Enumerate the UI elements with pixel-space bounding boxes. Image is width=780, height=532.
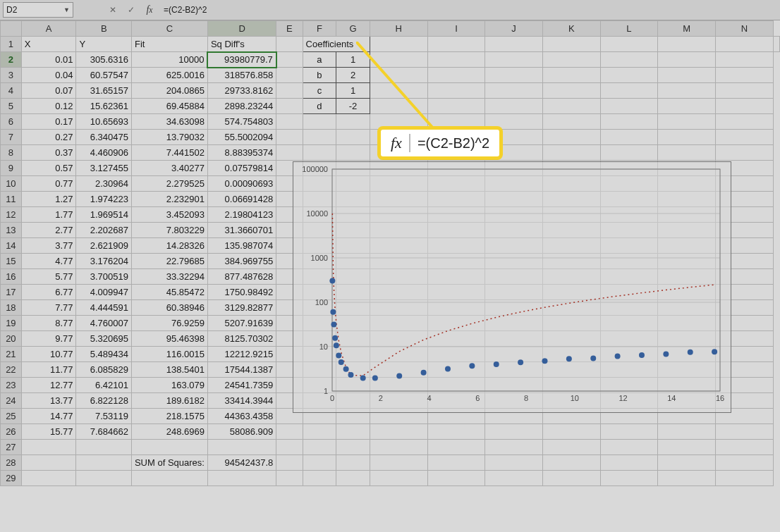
column-header-B[interactable]: B xyxy=(76,21,131,37)
cell-C21[interactable]: 116.0015 xyxy=(131,347,207,362)
cell-A18[interactable]: 7.77 xyxy=(21,300,76,316)
cell-H4[interactable] xyxy=(370,83,427,99)
cell-G26[interactable] xyxy=(336,424,370,440)
cell-C18[interactable]: 60.38946 xyxy=(131,300,207,316)
row-header-25[interactable]: 25 xyxy=(1,409,22,424)
cell-H26[interactable] xyxy=(370,424,427,440)
cell-D1[interactable]: Sq Diff's xyxy=(207,37,276,52)
cell-J3[interactable] xyxy=(485,68,543,83)
row-header-26[interactable]: 26 xyxy=(1,424,22,440)
cell-I27[interactable] xyxy=(427,440,485,455)
cell-A23[interactable]: 12.77 xyxy=(21,378,76,393)
cell-M7[interactable] xyxy=(658,130,716,145)
row-header-17[interactable]: 17 xyxy=(1,285,22,300)
row-header-24[interactable]: 24 xyxy=(1,393,22,409)
cell-A24[interactable]: 13.77 xyxy=(21,393,76,409)
cell-J2[interactable] xyxy=(485,52,543,68)
cell-A8[interactable]: 0.37 xyxy=(21,145,76,161)
cell-D25[interactable]: 44363.4358 xyxy=(207,409,276,424)
cell-C24[interactable]: 189.6182 xyxy=(131,393,207,409)
column-header-L[interactable]: L xyxy=(600,21,658,37)
cell-C7[interactable]: 13.79032 xyxy=(131,130,207,145)
cell-M5[interactable] xyxy=(658,99,716,114)
cell-G29[interactable] xyxy=(336,471,370,486)
cell-B22[interactable]: 6.085829 xyxy=(76,362,131,378)
cell-D8[interactable]: 8.88395374 xyxy=(207,145,276,161)
cell-D27[interactable] xyxy=(207,440,276,455)
accept-formula-icon[interactable]: ✓ xyxy=(123,2,140,18)
cell-M1[interactable] xyxy=(716,37,774,52)
cell-I2[interactable] xyxy=(427,52,485,68)
row-header-6[interactable]: 6 xyxy=(1,114,22,130)
cell-M28[interactable] xyxy=(658,455,716,471)
cell-L1[interactable] xyxy=(658,37,716,52)
cell-D29[interactable] xyxy=(207,471,276,486)
cell-I4[interactable] xyxy=(427,83,485,99)
column-header-A[interactable]: A xyxy=(21,21,76,37)
cell-A25[interactable]: 14.77 xyxy=(21,409,76,424)
column-header-M[interactable]: M xyxy=(658,21,716,37)
row-header-20[interactable]: 20 xyxy=(1,331,22,347)
cell-D12[interactable]: 2.19804123 xyxy=(207,207,276,223)
cell-D2[interactable]: 93980779.7 xyxy=(207,52,276,68)
cell-E27[interactable] xyxy=(276,440,303,455)
cell-B21[interactable]: 5.489434 xyxy=(76,347,131,362)
cell-N27[interactable] xyxy=(716,440,774,455)
cell-H6[interactable] xyxy=(370,114,427,130)
cell-E6[interactable] xyxy=(276,114,303,130)
cell-J29[interactable] xyxy=(485,471,543,486)
cell-C4[interactable]: 204.0865 xyxy=(131,83,207,99)
cell-N1[interactable] xyxy=(774,37,780,52)
column-header-E[interactable]: E xyxy=(276,21,303,37)
cell-J27[interactable] xyxy=(485,440,543,455)
cell-D24[interactable]: 33414.3944 xyxy=(207,393,276,409)
row-header-19[interactable]: 19 xyxy=(1,316,22,331)
cell-G3[interactable]: 2 xyxy=(336,68,370,83)
row-header-18[interactable]: 18 xyxy=(1,300,22,316)
cell-J1[interactable] xyxy=(542,37,600,52)
cell-B1[interactable]: Y xyxy=(76,37,131,52)
column-header-D[interactable]: D xyxy=(207,21,276,37)
cell-N2[interactable] xyxy=(716,52,774,68)
cell-E29[interactable] xyxy=(276,471,303,486)
cell-B4[interactable]: 31.65157 xyxy=(76,83,131,99)
cell-G5[interactable]: -2 xyxy=(336,99,370,114)
row-header-27[interactable]: 27 xyxy=(1,440,22,455)
column-header-H[interactable]: H xyxy=(370,21,427,37)
cell-A14[interactable]: 3.77 xyxy=(21,238,76,254)
cell-I1[interactable] xyxy=(485,37,543,52)
cell-C23[interactable]: 163.079 xyxy=(131,378,207,393)
cell-F8[interactable] xyxy=(303,145,336,161)
cell-C17[interactable]: 45.85472 xyxy=(131,285,207,300)
cell-D14[interactable]: 135.987074 xyxy=(207,238,276,254)
cell-D7[interactable]: 55.5002094 xyxy=(207,130,276,145)
cell-F26[interactable] xyxy=(303,424,336,440)
cell-F2[interactable]: a xyxy=(303,52,336,68)
cell-L5[interactable] xyxy=(600,99,658,114)
row-header-3[interactable]: 3 xyxy=(1,68,22,83)
cell-B27[interactable] xyxy=(76,440,131,455)
cell-A13[interactable]: 2.77 xyxy=(21,223,76,238)
cell-D26[interactable]: 58086.909 xyxy=(207,424,276,440)
cell-H3[interactable] xyxy=(370,68,427,83)
cell-I29[interactable] xyxy=(427,471,485,486)
cell-C27[interactable] xyxy=(131,440,207,455)
cancel-formula-icon[interactable]: ✕ xyxy=(104,2,121,18)
cell-F1[interactable]: Coefficients xyxy=(303,37,370,52)
cell-G6[interactable] xyxy=(336,114,370,130)
cell-B2[interactable]: 305.6316 xyxy=(76,52,131,68)
cell-J4[interactable] xyxy=(485,83,543,99)
cell-N3[interactable] xyxy=(716,68,774,83)
cell-A29[interactable] xyxy=(21,471,76,486)
cell-K2[interactable] xyxy=(542,52,600,68)
cell-K26[interactable] xyxy=(542,424,600,440)
cell-K3[interactable] xyxy=(542,68,600,83)
cell-M2[interactable] xyxy=(658,52,716,68)
cell-D4[interactable]: 29733.8162 xyxy=(207,83,276,99)
column-header-K[interactable]: K xyxy=(542,21,600,37)
cell-I3[interactable] xyxy=(427,68,485,83)
cell-D10[interactable]: 0.00090693 xyxy=(207,176,276,192)
fx-icon[interactable]: fx xyxy=(141,2,158,18)
cell-L7[interactable] xyxy=(600,130,658,145)
column-header-F[interactable]: F xyxy=(303,21,336,37)
